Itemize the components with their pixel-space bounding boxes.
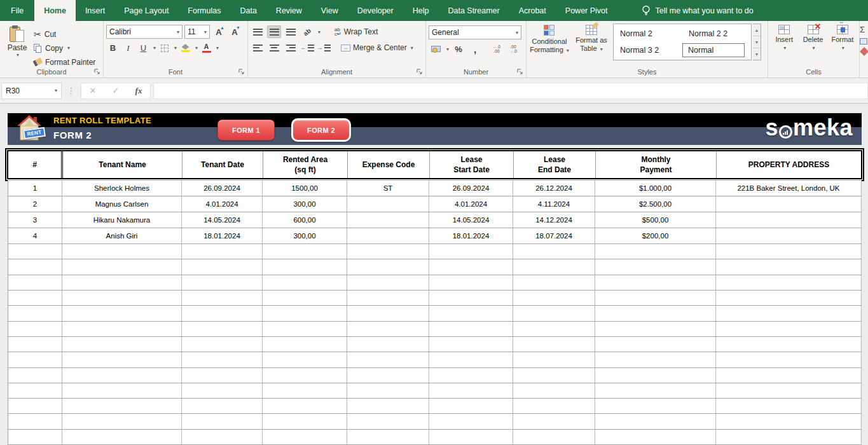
borders-button[interactable]	[158, 41, 171, 55]
increase-indent-button[interactable]: →	[317, 41, 331, 54]
empty-cell[interactable]	[429, 399, 513, 413]
empty-cell[interactable]	[595, 291, 716, 305]
align-left-button[interactable]	[251, 41, 265, 54]
tab-acrobat[interactable]: Acrobat	[509, 0, 556, 21]
cell[interactable]: 600,00	[263, 212, 347, 228]
empty-cell[interactable]	[595, 430, 716, 444]
empty-cell[interactable]	[263, 244, 347, 259]
cell[interactable]	[347, 196, 429, 212]
font-name-combo[interactable]: Calibri▾	[106, 25, 183, 39]
empty-cell[interactable]	[263, 259, 347, 274]
cell[interactable]: Magnus Carlsen	[62, 196, 182, 212]
col-header-tenant-name[interactable]: Tenant Name	[63, 151, 183, 178]
empty-cell[interactable]	[513, 337, 595, 352]
number-format-combo[interactable]: General▾	[429, 25, 521, 39]
tab-data[interactable]: Data	[230, 0, 266, 21]
cell[interactable]: 4.01.2024	[429, 196, 513, 212]
fill-color-button[interactable]	[179, 41, 192, 55]
cell[interactable]: 4	[8, 228, 62, 243]
empty-cell[interactable]	[595, 399, 716, 413]
cell[interactable]	[716, 212, 862, 228]
cell[interactable]	[716, 196, 862, 212]
col-header-expense-code[interactable]: Expense Code	[348, 151, 430, 178]
empty-cell[interactable]	[429, 337, 513, 352]
format-painter-button[interactable]: Format Painter	[32, 55, 97, 69]
orientation-dropdown-arrow[interactable]: ▾	[318, 29, 320, 35]
cell[interactable]: 1	[8, 181, 62, 196]
cell[interactable]: 3	[8, 212, 62, 228]
empty-cell[interactable]	[595, 383, 716, 398]
align-top-button[interactable]	[251, 25, 265, 38]
style-normal[interactable]: Normal	[682, 43, 745, 57]
empty-cell[interactable]	[182, 414, 263, 428]
empty-cell[interactable]	[595, 275, 716, 290]
name-box-dropdown-arrow[interactable]: ▾	[55, 88, 57, 93]
empty-cell[interactable]	[182, 430, 263, 444]
empty-cell[interactable]	[182, 337, 263, 352]
empty-cell[interactable]	[429, 430, 513, 444]
empty-cell[interactable]	[347, 275, 429, 290]
empty-cell[interactable]	[513, 383, 595, 398]
empty-cell[interactable]	[62, 259, 182, 274]
gallery-scroll-down-icon[interactable]: ▼	[753, 36, 761, 48]
empty-cell[interactable]	[429, 259, 513, 274]
cell[interactable]	[716, 228, 862, 243]
underline-dropdown-arrow[interactable]: ▾	[153, 45, 156, 51]
empty-cell[interactable]	[62, 414, 182, 428]
tell-me-box[interactable]: Tell me what you want to do	[635, 0, 760, 21]
empty-cell[interactable]	[62, 399, 182, 413]
empty-cell[interactable]	[8, 291, 62, 305]
form-2-button[interactable]: FORM 2	[291, 118, 351, 142]
empty-cell[interactable]	[513, 352, 595, 367]
font-color-dropdown-arrow[interactable]: ▾	[216, 45, 219, 51]
merge-center-dropdown-arrow[interactable]: ▾	[411, 45, 413, 51]
tab-file[interactable]: File	[0, 0, 34, 21]
empty-cell[interactable]	[263, 322, 347, 336]
cell[interactable]: 4.01.2024	[182, 196, 263, 212]
col-header-lease-start[interactable]: LeaseStart Date	[430, 151, 514, 178]
empty-cell[interactable]	[716, 322, 862, 336]
empty-cell[interactable]	[595, 322, 716, 336]
tab-insert[interactable]: Insert	[76, 0, 114, 21]
cell[interactable]: 14.12.2024	[513, 212, 595, 228]
font-size-combo[interactable]: 11▾	[184, 25, 210, 39]
empty-cell[interactable]	[347, 414, 429, 428]
empty-cell[interactable]	[62, 291, 182, 305]
empty-cell[interactable]	[513, 259, 595, 274]
empty-cell[interactable]	[347, 430, 429, 444]
empty-cell[interactable]	[182, 244, 263, 259]
empty-cell[interactable]	[347, 337, 429, 352]
bold-button[interactable]: B	[106, 41, 120, 55]
merge-center-button[interactable]: ↔ Merge & Center ▾	[338, 42, 416, 53]
tab-developer[interactable]: Developer	[348, 0, 403, 21]
tab-help[interactable]: Help	[403, 0, 439, 21]
underline-button[interactable]: U	[137, 41, 150, 55]
cell[interactable]: 18.07.2024	[513, 228, 595, 243]
insert-function-button[interactable]: fx	[127, 86, 150, 96]
gallery-expand-icon[interactable]: ▼	[753, 48, 761, 60]
empty-cell[interactable]	[8, 244, 62, 259]
empty-cell[interactable]	[429, 414, 513, 428]
cell[interactable]: $1.000,00	[595, 181, 716, 196]
cell[interactable]: 18.01.2024	[182, 228, 263, 243]
empty-cell[interactable]	[595, 259, 716, 274]
empty-cell[interactable]	[716, 383, 862, 398]
empty-cell[interactable]	[8, 306, 62, 320]
empty-cell[interactable]	[62, 383, 182, 398]
empty-cell[interactable]	[513, 244, 595, 259]
font-dialog-launcher[interactable]	[238, 69, 245, 75]
tab-view[interactable]: View	[312, 0, 348, 21]
empty-cell[interactable]	[263, 414, 347, 428]
empty-cell[interactable]	[62, 368, 182, 383]
empty-cell[interactable]	[8, 414, 62, 428]
empty-cell[interactable]	[513, 275, 595, 290]
align-center-button[interactable]	[267, 41, 281, 54]
formula-input[interactable]	[153, 83, 868, 99]
empty-cell[interactable]	[347, 259, 429, 274]
empty-cell[interactable]	[62, 322, 182, 336]
percent-style-button[interactable]: %	[451, 43, 465, 55]
italic-button[interactable]: I	[121, 41, 135, 55]
col-header-rented-area[interactable]: Rented Area(sq ft)	[263, 151, 348, 178]
empty-cell[interactable]	[347, 352, 429, 367]
cell[interactable]: ST	[347, 181, 429, 196]
